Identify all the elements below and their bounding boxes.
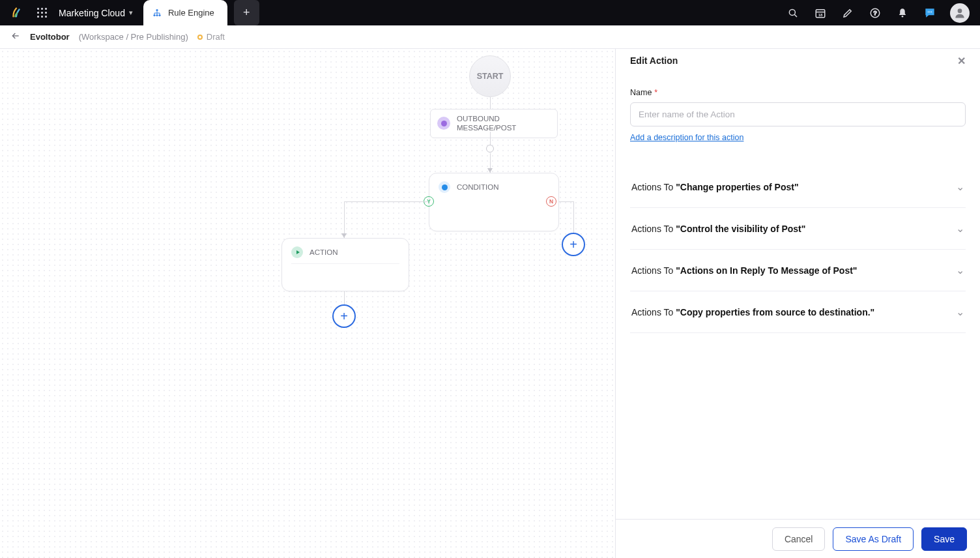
action-icon [291,246,303,258]
panel-header: Edit Action ✕ [616,49,980,72]
svg-line-5 [794,14,797,17]
accordion-item[interactable]: Actions To "Copy properties from source … [630,291,966,333]
app-logo-icon [9,6,23,20]
back-button[interactable] [10,31,21,43]
add-tab-button[interactable]: + [234,0,259,25]
name-field-label: Name * [630,88,966,97]
connector-node [486,145,494,153]
connector [344,291,345,304]
svg-point-15 [958,8,962,13]
calendar-icon[interactable]: 18 [813,6,828,20]
accordion-item[interactable]: Actions To "Control the visibility of Po… [630,208,966,250]
start-node[interactable]: START [469,55,511,97]
accordion-list: Actions To "Change properties of Post" ⌄… [630,166,966,333]
svg-point-0 [156,8,158,10]
status-label: Draft [207,32,225,42]
panel-footer: Cancel Save As Draft Save [616,519,980,558]
help-icon[interactable]: ? [868,6,882,20]
arrowhead-icon [341,233,347,238]
svg-point-14 [931,11,932,12]
add-step-no-button[interactable]: + [562,233,585,256]
chevron-down-icon: ▾ [129,8,133,17]
close-icon[interactable]: ✕ [957,55,966,67]
add-step-yes-button[interactable]: + [332,304,356,328]
svg-point-12 [928,11,929,12]
required-icon: * [654,88,657,97]
subheader: Evoltobor (Workspace / Pre Publishing) D… [0,25,980,49]
condition-icon [439,181,450,193]
arrowhead-icon [487,168,493,173]
bell-icon[interactable] [895,6,910,20]
chevron-down-icon: ⌄ [956,306,964,318]
svg-point-4 [789,9,795,15]
cancel-button[interactable]: Cancel [772,527,826,551]
hierarchy-icon [152,8,162,18]
svg-point-13 [929,11,930,12]
accordion-item[interactable]: Actions To "Change properties of Post" ⌄ [630,166,966,208]
outbound-message-icon [437,117,450,130]
apps-menu-icon[interactable] [33,0,51,25]
status-draft-icon [197,35,203,40]
panel-title: Edit Action [630,55,678,66]
user-avatar[interactable] [950,3,970,23]
connector [490,132,491,145]
svg-text:?: ? [873,10,876,16]
svg-point-3 [158,14,160,16]
action-label: ACTION [310,248,338,256]
condition-node[interactable]: CONDITION [429,173,559,231]
connector [490,97,491,109]
module-label: Marketing Cloud [59,8,125,18]
connector [559,201,573,202]
tab-strip: Rule Engine + [143,0,259,25]
start-label: START [477,72,504,81]
svg-point-11 [902,15,904,17]
event-label: OUTBOUND MESSAGE/POST [457,114,551,133]
svg-point-2 [156,14,158,16]
condition-label: CONDITION [457,183,499,191]
action-name-input[interactable] [630,102,966,126]
chat-icon[interactable] [923,6,937,20]
canvas[interactable]: START OUTBOUND MESSAGE/POST CONDITION Y [0,49,615,558]
module-selector[interactable]: Marketing Cloud ▾ [51,8,137,18]
save-button[interactable]: Save [921,527,967,551]
action-node[interactable]: ACTION [281,238,409,291]
topbar: Marketing Cloud ▾ Rule Engine + 18 [0,0,980,25]
route-no-badge: N [546,196,556,207]
search-icon[interactable] [786,6,800,20]
topbar-right: 18 ? [786,3,980,23]
app-logo [0,0,33,25]
accordion-item[interactable]: Actions To "Actions on In Reply To Messa… [630,250,966,291]
side-panel: Edit Action ✕ Name * Add a description f… [615,49,980,558]
chevron-down-icon: ⌄ [956,181,964,193]
svg-point-1 [153,14,155,16]
event-node[interactable]: OUTBOUND MESSAGE/POST [430,109,558,138]
status-badge: Draft [197,32,225,42]
connector [344,202,345,238]
breadcrumb: (Workspace / Pre Publishing) [79,32,188,42]
edit-icon[interactable] [841,6,855,20]
save-draft-button[interactable]: Save As Draft [833,527,914,551]
active-tab-label: Rule Engine [168,8,214,18]
connector [573,201,574,233]
svg-text:18: 18 [818,12,823,16]
chevron-down-icon: ⌄ [956,222,964,235]
workflow-name: Evoltobor [30,32,70,42]
chevron-down-icon: ⌄ [956,264,964,276]
add-description-link[interactable]: Add a description for this action [630,133,743,142]
tab-rule-engine[interactable]: Rule Engine [143,0,227,25]
connector [344,201,429,202]
